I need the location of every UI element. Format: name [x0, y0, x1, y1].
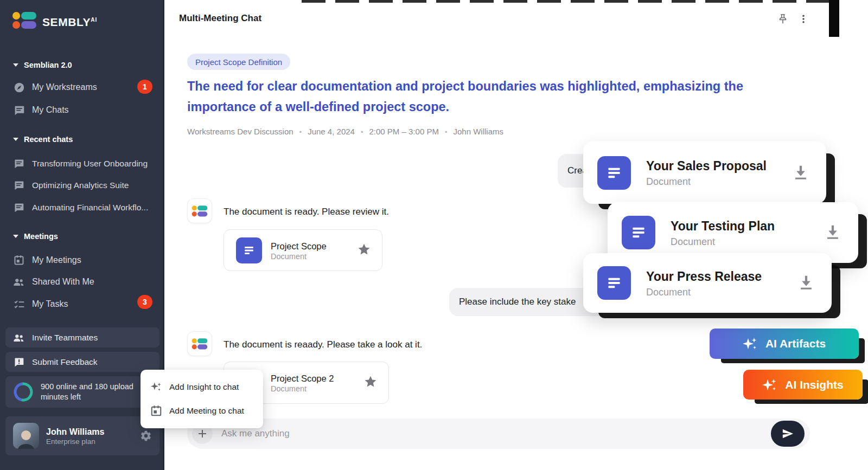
menu-item-add-insight[interactable]: Add Insight to chat	[141, 375, 263, 399]
brand-suffix: AI	[91, 17, 97, 23]
artifact-type: Document	[671, 236, 775, 248]
bot-avatar	[187, 198, 212, 223]
people-icon	[13, 332, 25, 344]
item-label: Automating Financial Workflo...	[32, 203, 148, 213]
document-info: Project Scope 2 Document	[271, 372, 334, 393]
calendar-icon	[150, 405, 162, 417]
button-label: AI Artifacts	[765, 337, 826, 350]
ai-artifacts-button[interactable]: AI Artifacts	[710, 329, 859, 359]
document-type: Document	[271, 252, 327, 261]
chat-icon	[13, 202, 25, 214]
torn-edge-top	[302, 0, 838, 3]
button-label: AI Insights	[785, 378, 843, 391]
sidebar-section-recent-chats[interactable]: Recent chats	[13, 132, 73, 147]
sidebar-section-meetings[interactable]: Meetings	[13, 229, 58, 244]
send-button[interactable]	[771, 421, 805, 447]
item-label: Optimizing Analytics Suite	[32, 181, 129, 190]
document-icon	[597, 266, 631, 300]
sparkle-icon	[150, 381, 162, 393]
invite-teammates-button[interactable]: Invite Teammates	[5, 327, 159, 347]
document-title: Project Scope	[271, 240, 327, 252]
sidebar-item-recent-chat[interactable]: Optimizing Analytics Suite	[13, 178, 129, 193]
menu-item-label: Add Meeting to chat	[169, 406, 244, 416]
artifact-info: Your Testing Plan Document	[671, 218, 775, 248]
chevron-down-icon	[13, 63, 18, 67]
pin-icon[interactable]	[776, 12, 790, 26]
item-label: Transforming User Onboarding	[32, 159, 148, 169]
profile-info: John Williams Enterprise plan	[46, 427, 133, 446]
section-label: Semblian 2.0	[24, 61, 72, 69]
artifact-info: Your Sales Proposal Document	[646, 158, 767, 188]
meta-owner: John Williams	[439, 127, 503, 136]
bot-message: The document is reaady. Please take a lo…	[224, 339, 422, 350]
compass-icon	[13, 81, 25, 93]
sidebar-item-my-tasks[interactable]: My Tasks	[13, 297, 68, 312]
meta-meeting-name: Workstreams Dev Discussion	[187, 127, 293, 136]
people-icon	[13, 276, 25, 288]
meta-date: June 4, 2024	[293, 127, 355, 136]
usage-text: 900 online and 180 upload minutes left	[41, 382, 146, 402]
chat-icon	[13, 158, 25, 170]
button-label: Submit Feedback	[32, 357, 98, 367]
document-info: Project Scope Document	[271, 240, 327, 261]
artifact-card-sales-proposal[interactable]: Your Sales Proposal Document	[583, 141, 826, 204]
feedback-icon	[13, 356, 25, 368]
document-icon	[236, 237, 262, 263]
bot-message: The document is ready. Please review it.	[224, 207, 389, 217]
artifact-info: Your Press Release Document	[646, 268, 762, 298]
sidebar-item-my-meetings[interactable]: My Meetings	[13, 253, 81, 268]
document-icon	[597, 156, 631, 190]
avatar	[13, 423, 39, 449]
document-type: Document	[271, 384, 334, 393]
sidebar: SEMBLYAI Semblian 2.0 My Workstreams 1 M…	[0, 0, 164, 470]
sidebar-item-shared-with-me[interactable]: Shared With Me	[13, 274, 94, 289]
sidebar-item-my-workstreams[interactable]: My Workstreams	[13, 80, 97, 95]
usage-meter[interactable]: 900 online and 180 upload minutes left	[5, 376, 159, 408]
download-icon[interactable]	[824, 222, 842, 243]
gear-icon[interactable]	[140, 430, 152, 442]
menu-item-add-meeting[interactable]: Add Meeting to chat	[141, 399, 263, 423]
artifact-type: Document	[646, 287, 762, 298]
submit-feedback-button[interactable]: Submit Feedback	[5, 352, 159, 372]
document-attachment[interactable]: Project Scope Document	[224, 229, 382, 271]
sparkles-icon	[743, 336, 758, 351]
bot-avatar	[187, 331, 212, 356]
message-input[interactable]	[213, 428, 771, 439]
item-label: My Tasks	[32, 299, 68, 309]
star-icon[interactable]	[357, 242, 371, 259]
button-label: Invite Teammates	[32, 333, 98, 343]
topic-tag[interactable]: Project Scope Definition	[187, 54, 290, 70]
item-label: Shared With Me	[32, 277, 94, 287]
download-icon[interactable]	[792, 163, 810, 183]
profile-plan: Enterprise plan	[46, 437, 133, 446]
chevron-down-icon	[13, 235, 18, 238]
sidebar-item-recent-chat[interactable]: Automating Financial Workflo...	[13, 200, 148, 215]
download-icon[interactable]	[797, 273, 815, 293]
profile-card[interactable]: John Williams Enterprise plan	[5, 416, 159, 455]
tasks-badge: 3	[137, 295, 152, 309]
artifact-card-press-release[interactable]: Your Press Release Document	[583, 253, 832, 313]
sidebar-item-my-chats[interactable]: My Chats	[13, 102, 69, 118]
item-label: My Chats	[32, 105, 69, 115]
calendar-icon	[13, 254, 25, 266]
kebab-menu-icon[interactable]	[796, 12, 810, 26]
menu-item-label: Add Insight to chat	[169, 382, 239, 392]
chat-icon	[13, 179, 25, 191]
summary-headline: The need for clear documentation and pro…	[187, 76, 797, 117]
meta-time: 2:00 PM – 3:00 PM	[355, 127, 439, 136]
chevron-down-icon	[13, 138, 18, 141]
usage-ring-icon	[13, 382, 34, 402]
ai-insights-button[interactable]: AI Insights	[743, 370, 863, 400]
artifact-title: Your Press Release	[646, 268, 762, 285]
tasks-icon	[13, 298, 25, 310]
chat-icon	[13, 104, 25, 116]
section-label: Meetings	[24, 232, 58, 241]
add-to-chat-menu: Add Insight to chat Add Meeting to chat	[141, 370, 263, 428]
star-icon[interactable]	[363, 375, 378, 391]
document-title: Project Scope 2	[271, 372, 334, 384]
sembly-logo-icon	[12, 11, 37, 29]
sidebar-section-semblian[interactable]: Semblian 2.0	[13, 57, 72, 73]
item-label: My Workstreams	[32, 82, 97, 92]
sidebar-item-recent-chat[interactable]: Transforming User Onboarding	[13, 156, 148, 171]
page-title: Multi-Meeting Chat	[179, 13, 261, 24]
